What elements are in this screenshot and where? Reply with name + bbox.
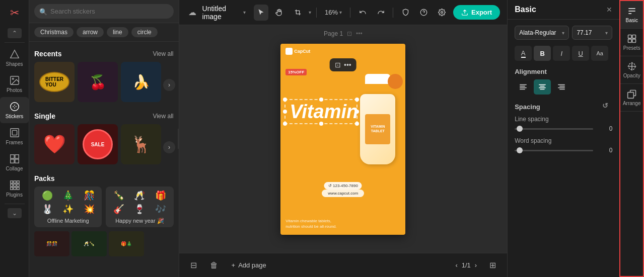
- sidebar-item-photos[interactable]: Photos: [0, 71, 29, 97]
- tab-opacity[interactable]: Opacity: [620, 56, 643, 84]
- svg-rect-33: [628, 35, 631, 39]
- save-to-cloud-icon[interactable]: ☁: [186, 6, 198, 19]
- hand-tool-btn[interactable]: [272, 5, 287, 21]
- sidebar-shapes-label: Shapes: [6, 61, 23, 67]
- settings-btn[interactable]: [435, 5, 449, 21]
- stickers-panel: 🔍 Christmas arrow line circle Recents Vi…: [29, 0, 179, 277]
- font-size-value: 77.17: [577, 29, 592, 36]
- tab-presets[interactable]: Presets: [620, 29, 643, 56]
- shield-icon-btn[interactable]: [398, 5, 412, 21]
- line-spacing-thumb[interactable]: [517, 126, 523, 132]
- export-button[interactable]: Export: [453, 5, 500, 20]
- font-size-chevron-icon: ▾: [605, 30, 608, 36]
- crop-tool-btn[interactable]: [291, 5, 305, 21]
- sidebar-item-shapes[interactable]: Shapes: [0, 45, 29, 71]
- fullscreen-btn[interactable]: ⊞: [485, 258, 500, 273]
- tag-arrow[interactable]: arrow: [77, 27, 104, 37]
- thumbnail-item[interactable]: 🎁🎄: [109, 231, 144, 256]
- plugins-icon: [9, 179, 20, 191]
- sidebar-item-collage[interactable]: Collage: [0, 149, 29, 175]
- undo-icon: [359, 9, 367, 16]
- sticker-item[interactable]: 🍌: [121, 62, 161, 102]
- page-thumbnail-btn[interactable]: ⊟: [186, 258, 201, 273]
- line-spacing-label: Line spacing: [515, 116, 612, 123]
- discount-badge: 15%OFF: [285, 69, 307, 75]
- thumbnail-item[interactable]: 🥂🍾: [71, 231, 107, 256]
- properties-close-btn[interactable]: ✕: [606, 6, 612, 14]
- help-btn[interactable]: [417, 5, 431, 21]
- single-header: Single View all: [34, 112, 174, 120]
- toolbar-divider-3: [393, 8, 393, 18]
- mini-sticker: 🎊: [79, 190, 99, 202]
- redo-btn[interactable]: [374, 5, 388, 21]
- pack-happy-new-year[interactable]: 🍾 🥂 🎁 🎸 🍷 🎶 Happy new year 🎉: [106, 187, 173, 227]
- single-view-all[interactable]: View all: [153, 113, 173, 120]
- sticker-item[interactable]: 🦌: [121, 124, 161, 164]
- sticker-item[interactable]: SALE: [78, 124, 118, 164]
- element-frame-icon[interactable]: ⊡: [335, 61, 341, 69]
- tab-basic[interactable]: Basic: [620, 1, 643, 29]
- spacing-section: Spacing ↺: [515, 102, 612, 112]
- tag-line[interactable]: line: [107, 27, 128, 37]
- zoom-display[interactable]: 16% ▾: [322, 7, 345, 18]
- bold-btn[interactable]: B: [534, 46, 551, 61]
- thumbnail-item[interactable]: 🎊🎊: [34, 231, 69, 256]
- underline-btn[interactable]: U: [572, 46, 589, 61]
- single-next-arrow[interactable]: ›: [163, 141, 175, 153]
- next-page-btn[interactable]: ›: [475, 261, 477, 269]
- add-page-label: Add page: [238, 261, 266, 269]
- sidebar-collapse-down[interactable]: ⌄: [8, 208, 22, 218]
- add-page-btn[interactable]: + Add page: [227, 259, 271, 271]
- phone-icon: ↺: [328, 183, 333, 188]
- text-color-btn[interactable]: A: [515, 46, 532, 61]
- prev-page-btn[interactable]: ‹: [455, 261, 457, 269]
- tag-circle[interactable]: circle: [131, 27, 158, 37]
- recents-view-all[interactable]: View all: [153, 50, 173, 57]
- align-center-btn[interactable]: [534, 79, 551, 95]
- sidebar-item-frames[interactable]: Frames: [0, 123, 29, 149]
- word-spacing-thumb[interactable]: [517, 147, 523, 153]
- sticker-item[interactable]: BITTERYOU: [34, 62, 75, 102]
- sidebar-item-plugins[interactable]: Plugins: [0, 175, 29, 202]
- font-family-select[interactable]: Alata-Regular ▾: [515, 26, 569, 40]
- text-size-btn[interactable]: Aa: [591, 46, 608, 61]
- crop-chevron-icon[interactable]: ▾: [309, 10, 311, 15]
- search-input[interactable]: [34, 4, 174, 19]
- pack-stickers: 🟢 🎄 🎊 🐰 ✨ 💥: [37, 190, 99, 216]
- panel-content: Recents View all BITTERYOU 🍒 🍌 › Single …: [29, 42, 179, 277]
- tag-christmas[interactable]: Christmas: [34, 27, 74, 37]
- element-more-icon[interactable]: •••: [344, 61, 351, 69]
- align-left-btn[interactable]: [515, 79, 532, 95]
- presets-tab-icon: [627, 34, 637, 44]
- mini-sticker: ✨: [58, 203, 78, 216]
- canvas-frame[interactable]: CapCut 15%OFF VITAMINTABLET: [280, 44, 405, 235]
- undo-btn[interactable]: [355, 5, 370, 21]
- document-title[interactable]: Untitled image ▾: [202, 5, 246, 21]
- line-spacing-slider[interactable]: [515, 128, 593, 130]
- recents-next-arrow[interactable]: ›: [163, 79, 175, 91]
- svg-rect-8: [10, 159, 14, 163]
- align-right-btn[interactable]: [553, 79, 570, 95]
- cursor-tool-btn[interactable]: [254, 5, 268, 21]
- sidebar-collapse-up[interactable]: ⌃: [8, 28, 22, 38]
- tab-arrange[interactable]: Arrange: [620, 84, 643, 112]
- single-row: ❤️ SALE 🦌 ›: [34, 124, 174, 170]
- word-spacing-slider[interactable]: [515, 150, 593, 151]
- sticker-item[interactable]: ❤️: [34, 124, 75, 164]
- frames-icon: [9, 127, 20, 138]
- pack-offline-marketing[interactable]: 🟢 🎄 🎊 🐰 ✨ 💥 Offline Marketing: [34, 187, 102, 227]
- delete-page-btn[interactable]: 🗑: [206, 258, 222, 273]
- line-spacing-row: Line spacing 0: [515, 116, 612, 132]
- page-more-icon[interactable]: •••: [356, 30, 363, 37]
- svg-rect-5: [12, 130, 17, 135]
- font-size-select[interactable]: 77.17 ▾: [572, 26, 612, 40]
- underline-icon: U: [579, 50, 583, 57]
- sidebar-frames-label: Frames: [6, 140, 23, 145]
- spacing-reset-btn[interactable]: ↺: [602, 102, 612, 112]
- italic-btn[interactable]: I: [553, 46, 570, 61]
- website-url: www.capcut.com: [322, 190, 364, 197]
- sticker-item[interactable]: 🍒: [78, 62, 118, 102]
- text-element-vitamin[interactable]: Vitamin: [284, 99, 357, 124]
- single-title: Single: [34, 112, 55, 120]
- sidebar-item-stickers[interactable]: Stickers: [0, 97, 29, 123]
